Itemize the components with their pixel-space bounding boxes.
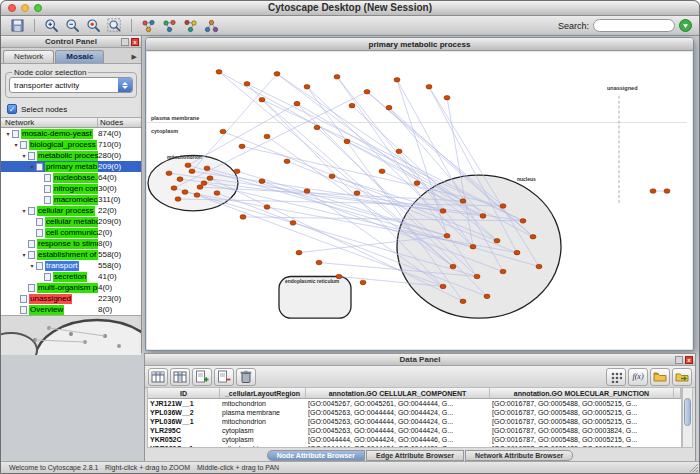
tree-expander-icon[interactable]: ▾ xyxy=(28,163,36,170)
tab-node-attribute-browser[interactable]: Node Attribute Browser xyxy=(267,450,365,461)
import-attributes-button[interactable] xyxy=(672,368,692,386)
tree-item[interactable]: cell communica...2(0) xyxy=(1,227,141,238)
attribute-matrix-button[interactable] xyxy=(606,368,626,386)
network-tool-button-1[interactable] xyxy=(139,17,158,34)
tree-item[interactable]: secretion41(0) xyxy=(1,271,141,282)
select-attributes-button[interactable] xyxy=(148,368,168,386)
tree-item-left: unassigned xyxy=(1,293,98,304)
network-tool-button-3[interactable] xyxy=(181,17,200,34)
save-session-button[interactable] xyxy=(8,17,27,34)
tree-item[interactable]: ▾establishment of lo...558(0) xyxy=(1,249,141,260)
tree-item[interactable]: nitrogen compo...30(0) xyxy=(1,183,141,194)
tab-overflow-arrow-icon[interactable]: ▶ xyxy=(132,53,139,63)
open-attribute-file-button[interactable] xyxy=(650,368,670,386)
float-panel-button[interactable] xyxy=(675,356,683,364)
tree-item-count: 223(0) xyxy=(98,294,121,303)
zoom-in-button[interactable] xyxy=(42,17,61,34)
function-builder-button[interactable]: f(x) xyxy=(628,368,648,386)
network-canvas[interactable]: plasma membranecytoplasmunassignedmitoch… xyxy=(147,52,692,349)
column-header[interactable]: annotation.GO MOLECULAR_FUNCTION xyxy=(490,388,674,398)
column-header[interactable]: ID xyxy=(148,388,220,398)
node-color-dropdown[interactable]: transporter activity xyxy=(9,77,133,93)
column-header[interactable]: annotation.GO CELLULAR_COMPONENT xyxy=(306,388,490,398)
tree-item[interactable]: ▾primary metab...209(0) xyxy=(1,161,141,172)
table-scrollbar[interactable] xyxy=(682,387,693,448)
table-row[interactable]: YDR039C__1mitochondrion[GO:0044444, GO:0… xyxy=(148,444,681,448)
tree-expander-icon[interactable]: ▾ xyxy=(20,152,28,159)
select-nodes-checkbox[interactable]: ✓ xyxy=(7,104,17,114)
tree-item-count: 558(0) xyxy=(98,261,121,270)
table-cell: [GO:0016787, GO:0005488, GO:0005215, G..… xyxy=(490,408,674,417)
close-panel-button[interactable]: x xyxy=(131,38,139,46)
network-node xyxy=(304,189,310,194)
column-header-filler xyxy=(674,388,681,398)
tree-item[interactable]: multi-organism pro...4(0) xyxy=(1,282,141,293)
network-node xyxy=(414,181,420,186)
tree-item[interactable]: ▾biological_process710(0) xyxy=(1,139,141,150)
network-node xyxy=(364,89,370,94)
tree-item[interactable]: macromolecule...311(0) xyxy=(1,194,141,205)
tree-item[interactable]: nucleobase...64(0) xyxy=(1,172,141,183)
search-options-button[interactable] xyxy=(679,19,692,32)
clear-attributes-button[interactable] xyxy=(236,368,256,386)
column-header[interactable]: _cellularLayoutRegion xyxy=(220,388,306,398)
network-node xyxy=(166,171,172,176)
close-panel-button[interactable]: x xyxy=(685,356,693,364)
network-tool-button-4[interactable] xyxy=(202,17,221,34)
network-node xyxy=(329,174,335,179)
tree-item[interactable]: ▾metabolic process280(0) xyxy=(1,150,141,161)
tree-item[interactable]: cellular metabo...209(0) xyxy=(1,216,141,227)
minimize-window-button[interactable] xyxy=(21,4,29,12)
tab-mosaic[interactable]: Mosaic xyxy=(55,50,104,63)
tree-expander-icon[interactable]: ▾ xyxy=(28,262,36,269)
network-node xyxy=(240,215,246,220)
attribute-table[interactable]: ID_cellularLayoutRegionannotation.GO CEL… xyxy=(147,387,682,448)
table-row[interactable]: YLR295Ccytoplasm[GO:0045263, GO:0044444,… xyxy=(148,426,681,435)
scrollbar-thumb[interactable] xyxy=(684,398,691,426)
tree-header-nodes: Nodes xyxy=(100,118,123,128)
zoom-fit-button[interactable] xyxy=(105,17,124,34)
search-input[interactable] xyxy=(593,19,675,32)
network-node xyxy=(520,219,526,224)
tree-item[interactable]: Overview8(0) xyxy=(1,304,141,315)
tree-expander-icon[interactable]: ▾ xyxy=(4,130,12,137)
table-row[interactable]: YPL036W__2plasma membrane[GO:0045263, GO… xyxy=(148,408,681,417)
node-color-selection-group: Node color selection transporter activit… xyxy=(5,72,137,98)
zoom-selected-button[interactable] xyxy=(84,17,103,34)
zoom-out-button[interactable] xyxy=(63,17,82,34)
network-node xyxy=(494,238,500,243)
network-tool-button-2[interactable] xyxy=(160,17,179,34)
network-node xyxy=(204,166,210,171)
network-overview-thumbnail[interactable] xyxy=(1,315,141,355)
tree-item-label: response to stimulus xyxy=(37,239,98,249)
cytoscape-window: Cytoscape Desktop (New Session) xyxy=(0,0,700,474)
tree-expander-icon[interactable]: ▾ xyxy=(20,251,28,258)
tree-item-count: 280(0) xyxy=(98,151,121,160)
network-doc-icon xyxy=(44,174,51,182)
new-attribute-button[interactable] xyxy=(192,368,212,386)
tree-expander-icon[interactable]: ▾ xyxy=(20,207,28,214)
resize-grip[interactable] xyxy=(688,462,698,472)
unselect-attributes-button[interactable] xyxy=(170,368,190,386)
zoom-window-button[interactable] xyxy=(34,4,42,12)
tree-item[interactable]: unassigned223(0) xyxy=(1,293,141,304)
tab-network-attribute-browser[interactable]: Network Attribute Browser xyxy=(465,450,573,461)
table-row[interactable]: YPL036W__1mitochondrion[GO:0045263, GO:0… xyxy=(148,417,681,426)
delete-attribute-button[interactable] xyxy=(214,368,234,386)
table-row[interactable]: YKR052Ccytoplasm[GO:0044444, GO:0044424,… xyxy=(148,435,681,444)
tree-item[interactable]: ▾mosaic-demo-yeast874(0) xyxy=(1,128,141,139)
network-node xyxy=(264,205,270,210)
tree-item[interactable]: ▾transport558(0) xyxy=(1,260,141,271)
tree-item[interactable]: ▾cellular process22(0) xyxy=(1,205,141,216)
table-cell: [GO:0045263, GO:0044444, GO:0044424, G..… xyxy=(306,426,490,435)
tree-item-count: 30(0) xyxy=(98,184,117,193)
float-panel-button[interactable] xyxy=(121,38,129,46)
tab-network[interactable]: Network xyxy=(3,50,54,63)
network-node xyxy=(234,169,240,174)
close-window-button[interactable] xyxy=(8,4,16,12)
table-row[interactable]: YJR121W__1mitochondrion[GO:0045267, GO:0… xyxy=(148,399,681,408)
tab-edge-attribute-browser[interactable]: Edge Attribute Browser xyxy=(366,450,464,461)
tree-expander-icon[interactable]: ▾ xyxy=(12,141,20,148)
tree-item-label: macromolecule... xyxy=(53,195,98,205)
tree-item[interactable]: response to stimulus8(0) xyxy=(1,238,141,249)
